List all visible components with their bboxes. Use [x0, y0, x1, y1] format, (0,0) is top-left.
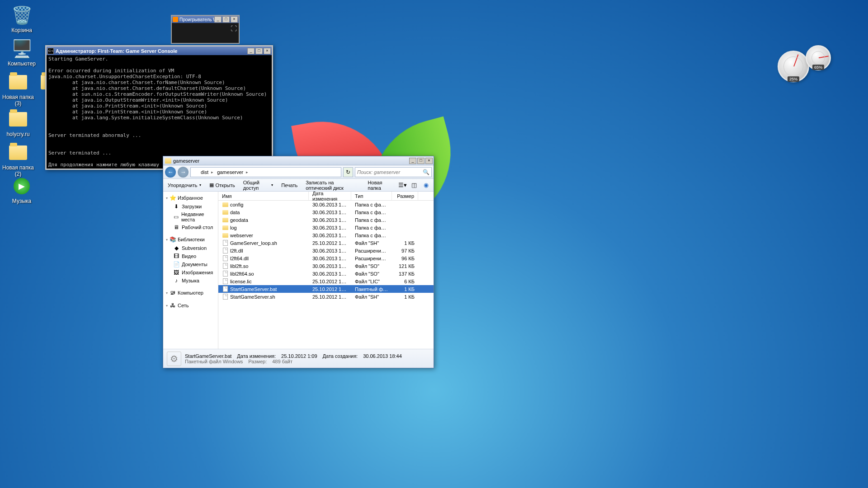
- file-row[interactable]: data30.06.2013 18:46Папка с файлами: [218, 208, 434, 216]
- sidebar-subversion[interactable]: ◆Subversion: [163, 244, 218, 252]
- svn-icon: ◆: [173, 245, 179, 251]
- pc-icon: 🖳: [170, 290, 176, 296]
- minimize-button[interactable]: _: [214, 16, 222, 23]
- file-row[interactable]: StartGameServer.bat25.10.2012 1:09Пакетн…: [218, 285, 434, 293]
- explorer-window[interactable]: gameserver _ □ × ← → dist gameserver ↻ 🔍…: [163, 156, 434, 368]
- file-icon: [223, 263, 228, 269]
- file-row[interactable]: config30.06.2013 18:58Папка с файлами: [218, 201, 434, 208]
- sidebar-video[interactable]: 🎞Видео: [163, 252, 218, 260]
- preview-pane-button[interactable]: ◫: [409, 181, 419, 190]
- file-icon: [223, 286, 228, 292]
- desktop-icon: 🖥: [173, 224, 179, 230]
- help-button[interactable]: ◉: [421, 181, 431, 190]
- console-titlebar[interactable]: C:\ Администратор: First-Team: Game Serv…: [47, 47, 272, 55]
- desktop-icon-Новая папка (2)[interactable]: Новая папка (2): [1, 142, 35, 177]
- sidebar-images[interactable]: 🖼Изображения: [163, 268, 218, 277]
- maximize-button[interactable]: □: [222, 16, 230, 23]
- share-button[interactable]: Общий доступ: [241, 179, 275, 192]
- desktop-icon-Компьютер[interactable]: 🖥️Компьютер: [5, 38, 39, 67]
- forward-button[interactable]: →: [178, 167, 189, 178]
- path-seg-dist[interactable]: dist: [199, 169, 215, 175]
- sidebar-libraries[interactable]: 📚Библиотеки: [163, 235, 218, 244]
- back-button[interactable]: ←: [165, 167, 176, 178]
- desktop-icon-Корзина[interactable]: 🗑️Корзина: [5, 5, 39, 33]
- file-row[interactable]: StartGameServer.sh25.10.2012 1:10Файл "S…: [218, 293, 434, 300]
- desktop-icon-Новая папка (3)[interactable]: Новая папка (3): [1, 71, 35, 107]
- sidebar-favorites[interactable]: ⭐Избранное: [163, 193, 218, 202]
- file-date: 30.06.2013 18:42: [309, 217, 351, 223]
- new-folder-button[interactable]: Новая папка: [366, 179, 393, 192]
- close-button[interactable]: ×: [425, 158, 433, 164]
- open-button[interactable]: ▦Открыть: [208, 181, 236, 189]
- file-date: 25.10.2012 1:09: [309, 240, 351, 246]
- file-type: Файл "SH": [351, 294, 392, 300]
- minimize-button[interactable]: _: [247, 48, 255, 54]
- path-seg-gameserver[interactable]: gameserver: [215, 169, 250, 175]
- explorer-main: Имя Дата изменения Тип Размер config30.0…: [218, 192, 434, 349]
- desktop-icon-Музыка[interactable]: ▶Музыка: [5, 175, 39, 204]
- burn-button[interactable]: Записать на оптический диск: [304, 179, 361, 192]
- sidebar-desktop[interactable]: 🖥Рабочий стол: [163, 223, 218, 231]
- file-row[interactable]: l2ft.dll30.06.2013 18:42Расширение прило…: [218, 247, 434, 254]
- minimize-button[interactable]: _: [409, 158, 416, 164]
- file-name: l2ft.dll: [230, 248, 243, 253]
- file-row[interactable]: GameServer_loop.sh25.10.2012 1:09Файл "S…: [218, 239, 434, 247]
- sidebar-network[interactable]: 🖧Сеть: [163, 301, 218, 310]
- file-row[interactable]: libl2ft64.so30.06.2013 18:42Файл "SO"137…: [218, 270, 434, 277]
- folder-icon: [222, 202, 228, 207]
- organize-button[interactable]: Упорядочить: [166, 182, 203, 189]
- view-button[interactable]: ☰▾: [397, 181, 407, 190]
- pc-icon: 🖥️: [11, 38, 33, 60]
- file-name: StartGameServer.sh: [230, 294, 275, 300]
- file-row[interactable]: libl2ft.so30.06.2013 18:42Файл "SO"121 К…: [218, 262, 434, 270]
- print-button[interactable]: Печать: [279, 182, 299, 189]
- desktop-icon-holycry.ru[interactable]: holycry.ru: [1, 108, 35, 137]
- status-filename: StartGameServer.bat: [185, 353, 231, 359]
- sidebar-recent[interactable]: ▭Недавние места: [163, 211, 218, 223]
- folder-icon: [222, 210, 228, 215]
- maximize-button[interactable]: □: [417, 158, 425, 164]
- media-titlebar[interactable]: Проигрыватель Windows _ □ ×: [172, 16, 239, 23]
- close-button[interactable]: ×: [264, 48, 271, 54]
- file-row[interactable]: license.lic25.10.2012 1:10Файл "LIC"6 КБ: [218, 277, 434, 285]
- downloads-icon: ⬇: [173, 203, 179, 210]
- file-name: log: [230, 225, 237, 230]
- libraries-icon: 📚: [170, 236, 176, 243]
- col-name[interactable]: Имя: [218, 192, 309, 200]
- search-input[interactable]: [357, 169, 423, 175]
- col-type[interactable]: Тип: [351, 192, 392, 200]
- file-icon: [223, 294, 228, 300]
- video-icon: 🎞: [173, 253, 179, 259]
- file-name: webserver: [230, 233, 253, 238]
- sidebar-documents[interactable]: 📄Документы: [163, 260, 218, 268]
- file-date: 30.06.2013 18:42: [309, 256, 351, 261]
- sidebar-music[interactable]: ♪Музыка: [163, 277, 218, 285]
- col-date[interactable]: Дата изменения: [309, 192, 351, 200]
- address-bar[interactable]: dist gameserver: [190, 167, 341, 177]
- icon-label: Новая папка (3): [1, 94, 35, 107]
- file-name: data: [230, 210, 240, 215]
- music-icon: ▶: [11, 175, 33, 197]
- sidebar-downloads[interactable]: ⬇Загрузки: [163, 202, 218, 211]
- cpu-ram-gadget[interactable]: 25% 65%: [778, 45, 836, 86]
- file-name: geodata: [230, 217, 248, 223]
- file-row[interactable]: log30.06.2013 18:42Папка с файлами: [218, 224, 434, 231]
- file-date: 30.06.2013 18:46: [309, 233, 351, 238]
- sidebar-computer[interactable]: 🖳Компьютер: [163, 288, 218, 297]
- expand-icon[interactable]: ⛶: [231, 25, 237, 31]
- file-row[interactable]: l2ft64.dll30.06.2013 18:42Расширение при…: [218, 254, 434, 262]
- col-size[interactable]: Размер: [392, 192, 418, 200]
- search-box[interactable]: 🔍: [355, 167, 432, 177]
- explorer-titlebar[interactable]: gameserver _ □ ×: [163, 156, 434, 165]
- file-date: 25.10.2012 1:10: [309, 279, 351, 284]
- console-window[interactable]: C:\ Администратор: First-Team: Game Serv…: [45, 45, 273, 170]
- media-player-window[interactable]: Проигрыватель Windows _ □ × ⛶: [171, 15, 240, 44]
- file-row[interactable]: webserver30.06.2013 18:46Папка с файлами: [218, 231, 434, 239]
- close-button[interactable]: ×: [231, 16, 238, 23]
- file-row[interactable]: geodata30.06.2013 18:42Папка с файлами: [218, 216, 434, 224]
- images-icon: 🖼: [173, 269, 179, 276]
- refresh-button[interactable]: ↻: [343, 167, 353, 177]
- documents-icon: 📄: [173, 261, 179, 267]
- file-type: Пакетный файл Wi...: [351, 286, 392, 292]
- maximize-button[interactable]: □: [255, 48, 263, 54]
